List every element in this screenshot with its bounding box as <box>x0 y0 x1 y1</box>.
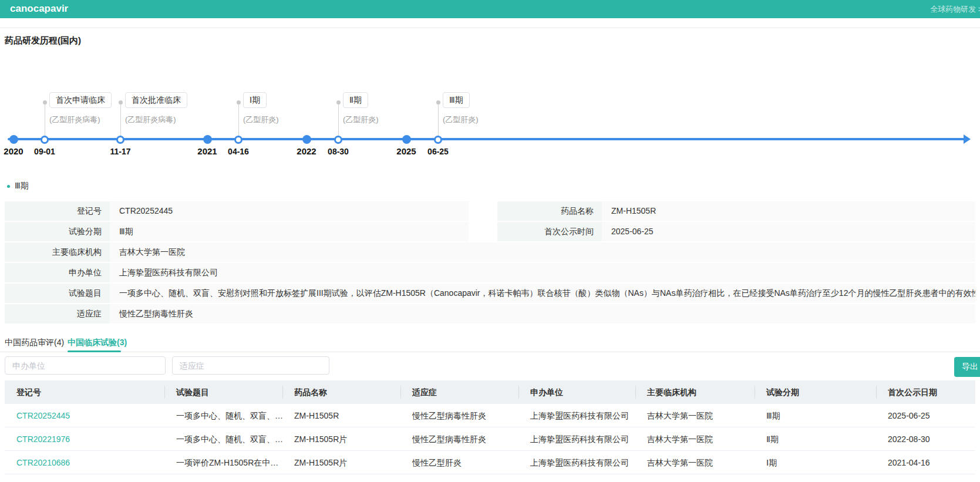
breadcrumb[interactable]: 全球药物研发 > 详情 <box>930 4 980 15</box>
table-row[interactable]: CTR20221976一项多中心、随机、双盲、…ZM-H1505R片慢性乙型病毒… <box>5 427 975 451</box>
detail-label: 药品名称 <box>497 201 602 221</box>
table-cell: ZM-H1505R片 <box>282 451 400 474</box>
detail-row: 主要临床机构吉林大学第一医院 <box>5 242 975 262</box>
export-button[interactable]: 导出 <box>954 357 980 377</box>
sponsor-filter-input[interactable] <box>5 356 166 375</box>
timeline-date-label: 06-25 <box>420 147 456 156</box>
header-divider <box>0 28 980 28</box>
detail-row: 试验题目一项多中心、随机、双盲、安慰剂对照和开放标签扩展III期试验，以评估ZM… <box>5 284 975 303</box>
timeline-arrow-icon <box>964 134 971 144</box>
table-cell: Ⅱ期 <box>755 427 876 450</box>
filter-bar: 导出 <box>0 356 980 377</box>
registration-link[interactable]: CTR20221976 <box>5 427 164 450</box>
timeline-connector-dot <box>436 100 440 105</box>
timeline-event-dot <box>41 136 49 144</box>
registration-link[interactable]: CTR20210686 <box>5 451 164 474</box>
drug-name-title: canocapavir <box>10 3 68 15</box>
timeline-event-dot <box>116 136 124 144</box>
timeline-year-dot <box>203 135 212 144</box>
table-cell: 吉林大学第一医院 <box>635 451 755 474</box>
table-cell: 上海挚盟医药科技有限公司 <box>518 427 635 450</box>
timeline-connector-dot <box>43 100 47 105</box>
timeline-year-dot <box>402 135 411 144</box>
timeline-event-dot <box>434 136 442 144</box>
column-header: 首次公示日期 <box>876 380 975 404</box>
phase-section-header: Ⅲ期 <box>7 181 29 191</box>
active-tab-underline <box>68 350 121 352</box>
detail-row: 试验分期Ⅲ期首次公示时间2025-06-25 <box>5 222 975 241</box>
bullet-icon <box>7 185 10 188</box>
registration-link[interactable]: CTR20252445 <box>5 404 164 427</box>
detail-gap <box>469 201 497 221</box>
timeline-milestone-label[interactable]: Ⅲ期 <box>443 92 470 108</box>
detail-row: 申办单位上海挚盟医药科技有限公司 <box>5 263 975 282</box>
detail-label: 主要临床机构 <box>5 242 110 262</box>
timeline-axis <box>8 138 966 140</box>
timeline-event-dot <box>234 136 243 144</box>
detail-value: 慢性乙型病毒性肝炎 <box>110 304 975 323</box>
detail-value: ZM-H1505R <box>602 201 975 221</box>
column-header: 药品名称 <box>282 380 400 404</box>
timeline-milestone-sublabel: (乙型肝炎) <box>443 114 479 125</box>
table-cell: 上海挚盟医药科技有限公司 <box>518 404 635 427</box>
timeline-milestone-sublabel: (乙型肝炎病毒) <box>49 114 100 125</box>
app-header: canocapavir 全球药物研发 > 详情 <box>0 0 980 18</box>
column-header: 主要临床机构 <box>635 380 755 404</box>
indication-filter-input[interactable] <box>172 356 329 375</box>
timeline-connector <box>338 103 339 138</box>
detail-value: 一项多中心、随机、双盲、安慰剂对照和开放标签扩展III期试验，以评估ZM-H15… <box>110 284 975 303</box>
detail-value: 2025-06-25 <box>602 222 975 241</box>
timeline-milestone-label[interactable]: Ⅰ期 <box>243 92 267 108</box>
tab-china-clinical-trials[interactable]: 中国临床试验(3) <box>68 338 127 348</box>
column-header: 申办单位 <box>518 380 635 404</box>
tab-bar: 中国药品审评(4) 中国临床试验(3) <box>0 335 980 352</box>
table-cell: 2022-08-30 <box>876 427 975 450</box>
detail-value: Ⅲ期 <box>110 222 469 241</box>
table-cell: 吉林大学第一医院 <box>635 404 755 427</box>
table-cell: 吉林大学第一医院 <box>635 427 755 450</box>
detail-label: 登记号 <box>5 201 110 221</box>
column-header: 登记号 <box>5 380 164 404</box>
timeline-date-label: 09-01 <box>27 147 62 156</box>
table-cell: 一项多中心、随机、双盲、… <box>164 404 282 427</box>
timeline-year-dot <box>9 135 18 144</box>
tab-china-drug-review[interactable]: 中国药品审评(4) <box>5 338 64 348</box>
table-cell: 一项评价ZM-H1505R在中… <box>164 451 282 474</box>
timeline-milestone-label[interactable]: Ⅱ期 <box>343 92 368 108</box>
table-body: CTR20252445一项多中心、随机、双盲、…ZM-H1505R慢性乙型病毒性… <box>5 404 975 474</box>
table-cell: 慢性乙型病毒性肝炎 <box>400 404 518 427</box>
timeline-event-dot <box>334 136 342 144</box>
table-header-row: 登记号试验题目药品名称适应症申办单位主要临床机构试验分期首次公示日期 <box>5 380 975 404</box>
timeline-connector-dot <box>237 100 241 105</box>
timeline-milestone-label[interactable]: 首次申请临床 <box>49 92 112 108</box>
detail-row: 登记号CTR20252445药品名称ZM-H1505R <box>5 201 975 221</box>
detail-label: 适应症 <box>5 304 110 323</box>
detail-gap <box>469 222 497 241</box>
clinical-trials-table: 登记号试验题目药品名称适应症申办单位主要临床机构试验分期首次公示日期 CTR20… <box>5 380 975 474</box>
table-row[interactable]: CTR20252445一项多中心、随机、双盲、…ZM-H1505R慢性乙型病毒性… <box>5 404 975 427</box>
column-header: 适应症 <box>400 380 518 404</box>
detail-value: 上海挚盟医药科技有限公司 <box>110 263 975 282</box>
timeline-year-label: 2021 <box>190 146 225 156</box>
timeline-connector-dot <box>119 100 123 105</box>
table-cell: ZM-H1505R片 <box>282 427 400 450</box>
timeline-connector <box>438 103 439 138</box>
detail-label: 申办单位 <box>5 263 110 282</box>
timeline-year-dot <box>302 135 311 144</box>
timeline-connector <box>120 103 121 138</box>
detail-label: 试验分期 <box>5 222 110 241</box>
timeline-date-label: 04-16 <box>221 147 256 156</box>
table-cell: 上海挚盟医药科技有限公司 <box>518 451 635 474</box>
timeline-milestone-label[interactable]: 首次批准临床 <box>125 92 187 108</box>
table-cell: 慢性乙型肝炎 <box>400 451 518 474</box>
timeline-year-label: 2025 <box>389 146 424 156</box>
detail-label: 首次公示时间 <box>497 222 602 241</box>
table-cell: 慢性乙型病毒性肝炎 <box>400 427 518 450</box>
detail-row: 适应症慢性乙型病毒性肝炎 <box>5 304 975 323</box>
timeline-milestone-sublabel: (乙型肝炎病毒) <box>125 114 176 125</box>
timeline-date-label: 11-17 <box>103 147 138 156</box>
phase-section-title: Ⅲ期 <box>15 181 29 191</box>
timeline-connector <box>238 103 239 138</box>
timeline-connector <box>45 103 45 138</box>
table-row[interactable]: CTR20210686一项评价ZM-H1505R在中…ZM-H1505R片慢性乙… <box>5 451 975 474</box>
